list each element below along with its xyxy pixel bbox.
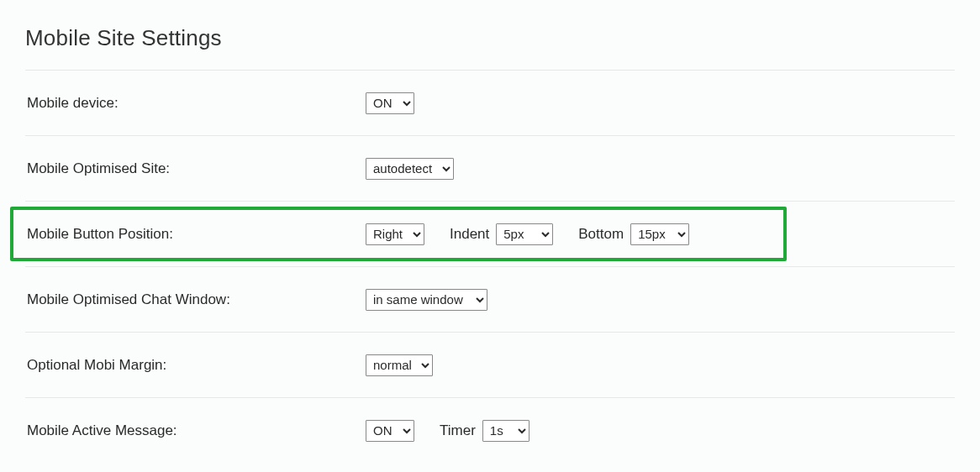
label-timer: Timer <box>440 422 476 439</box>
row-mobile-optimised-site: Mobile Optimised Site: autodetect <box>25 135 955 201</box>
controls-mobile-optimised-site: autodetect <box>366 158 955 180</box>
page-title: Mobile Site Settings <box>25 25 955 51</box>
label-bottom: Bottom <box>578 226 624 243</box>
label-active-message: Mobile Active Message: <box>25 422 366 439</box>
label-indent: Indent <box>450 226 489 243</box>
row-mobi-margin: Optional Mobi Margin: normal <box>25 332 955 397</box>
row-mobile-device: Mobile device: ON <box>25 70 955 135</box>
label-mobile-button-position: Mobile Button Position: <box>25 226 366 243</box>
select-active-message[interactable]: ON <box>366 420 414 442</box>
select-timer[interactable]: 1s <box>482 420 530 442</box>
select-button-position-side[interactable]: Right <box>366 223 424 245</box>
select-mobi-margin[interactable]: normal <box>366 354 433 376</box>
row-mobile-chat-window: Mobile Optimised Chat Window: in same wi… <box>25 266 955 332</box>
controls-mobile-device: ON <box>366 92 955 114</box>
select-mobile-optimised-site[interactable]: autodetect <box>366 158 454 180</box>
select-mobile-chat-window[interactable]: in same window <box>366 289 487 311</box>
label-mobile-chat-window: Mobile Optimised Chat Window: <box>25 291 366 308</box>
controls-active-message: ON Timer 1s <box>366 420 955 442</box>
select-button-position-indent[interactable]: 5px <box>496 223 553 245</box>
select-button-position-bottom[interactable]: 15px <box>630 223 689 245</box>
label-mobi-margin: Optional Mobi Margin: <box>25 357 366 374</box>
row-active-message: Mobile Active Message: ON Timer 1s <box>25 397 955 463</box>
label-mobile-device: Mobile device: <box>25 95 366 112</box>
controls-mobile-chat-window: in same window <box>366 289 955 311</box>
controls-mobi-margin: normal <box>366 354 955 376</box>
select-mobile-device[interactable]: ON <box>366 92 414 114</box>
controls-mobile-button-position: Right Indent 5px Bottom 15px <box>366 223 955 245</box>
label-mobile-optimised-site: Mobile Optimised Site: <box>25 160 366 177</box>
row-mobile-button-position: Mobile Button Position: Right Indent 5px… <box>25 201 955 266</box>
